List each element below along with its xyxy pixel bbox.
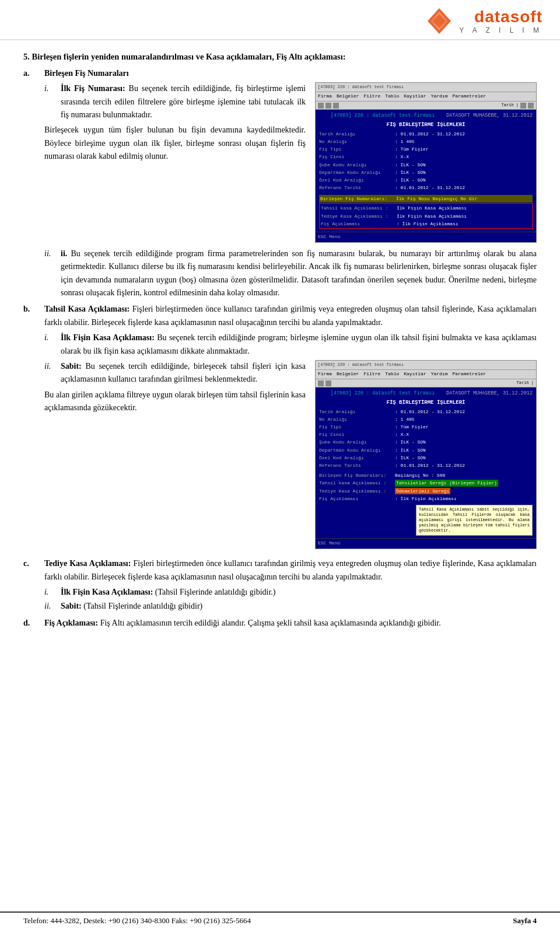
scr2-titlebar: [47003] 220 : datasoft test firması (316, 361, 536, 370)
marker-c: c. (23, 557, 44, 613)
item-c-ii-content: Sabit: (Tahsil Fişlerinde anlatıldığı gi… (61, 600, 202, 613)
footer-fax-text: Faks: +90 (216) 325-5664 (172, 916, 251, 925)
item-b-ii-text1: Bu seçenek tercih edildiğinde, birleşece… (61, 362, 306, 383)
scr1-value-2: : Tüm Fişler (395, 146, 429, 152)
subsection-a-title: Birleşen Fiş Numaraları (44, 69, 129, 78)
scr1-label-1: No Aralığı (319, 138, 395, 145)
menu2-tablo: Tablo (385, 371, 399, 378)
scr2-header: [47003] 220 : datasoft test firması DATA… (319, 390, 533, 398)
scr1-bottom-3: Fiş Açıklaması : İlk Fişin Açıklaması (321, 220, 531, 228)
scr2-field-2: Fiş Tipi : Tüm Fişler (319, 423, 533, 431)
scr2-label-0: Tarih Aralığı (319, 408, 395, 415)
item-i-title: İlk Fiş Numarası: (61, 84, 125, 93)
scr2-value-0: : 01.01.2012 - 31.12.2012 (395, 408, 465, 415)
menu-parametreler: Parametreler (452, 93, 486, 100)
scr1-esc: ESC Menü (318, 234, 340, 239)
tb2-icon1 (318, 380, 324, 386)
scr2-bottom-0: Birleşen Fiş Numaraları: Başlangıç No : … (319, 472, 533, 479)
menu-firma: Firma (318, 93, 332, 100)
scr1-form-title: FİŞ BİRLEŞTİRME İŞLEMLERİ (319, 120, 533, 130)
scr1-value-6: : İLK - SON (395, 177, 426, 183)
menu-yardim: Yardım (431, 93, 448, 100)
marker-d: d. (23, 617, 44, 630)
subsection-a: a. Birleşen Fiş Numaraları i. İlk Fiş Nu… (23, 67, 537, 300)
scr2-bl-3: Fiş Açıklaması (319, 495, 395, 502)
scr1-bv-1: İlk Fişin Kasa Açıklaması (397, 205, 467, 211)
scr2-bv-2: Ödemelerimiz Gereği (395, 488, 450, 494)
scr2-label-6: Özel Kod Aralığı (319, 455, 395, 461)
scr2-toolbar: Tarih | (316, 379, 536, 387)
scr1-bl-0: Birleşen Fiş Numaraları: (320, 195, 396, 202)
scr2-bottom-1: Tahsil kasa Açıklaması : Tahsilatlar Ger… (319, 479, 533, 487)
subsection-d-title: Fiş Açıklaması: (44, 619, 98, 627)
scr2-bv-3: : İlk Fişin Açıklaması (395, 495, 457, 502)
scr2-field-7: Referans Tarihi : 01.01.2012 - 31.12.201… (319, 462, 533, 469)
content-d: Fiş Açıklaması: Fiş Altı açıklamasının t… (44, 617, 537, 630)
scr1-field-7: Referans Tarihi : 01.01.2012 - 31.12.201… (319, 184, 533, 191)
screenshot-2: [47003] 220 : datasoft test firması Firm… (315, 360, 537, 549)
item-b-ii-container: ii. Sabit: Bu seçenek tercih edildiğinde… (44, 360, 537, 549)
scr2-label-5: Departman Kodu Aralığı (319, 447, 395, 453)
marker-c-ii: ii. (44, 600, 61, 613)
scr2-window-id: [47003] 220 : datasoft test firması (318, 362, 404, 368)
tb2-icon2 (326, 380, 331, 386)
menu2-kayitlar: Kayıtlar (404, 371, 426, 378)
scr1-body: [47003] 220 : datasoft test firması DATA… (316, 110, 536, 232)
item-b-i-row: i. İlk Fişin Kasa Açıklaması: Bu seçenek… (44, 331, 537, 358)
scr1-ds-label: DATASOFT MUHASEBE, 31.12.2012 (446, 113, 533, 120)
item-b-ii-text: ii. Sabit: Bu seçenek tercih edildiğinde… (44, 360, 306, 415)
scr2-field-3: Fiş Cinsi : X-X (319, 431, 533, 438)
item-b-ii-title: Sabit: (61, 362, 82, 371)
marker-b-i: i. (44, 331, 61, 358)
brand-subtitle: Y A Z I L I M (459, 26, 542, 34)
logo-row: datasoft Y A Z I L I M (424, 6, 542, 36)
content-a: Birleşen Fiş Numaraları i. İlk Fiş Numar… (44, 67, 537, 300)
scr1-label-7: Referans Tarihi (319, 184, 395, 191)
subsection-a-i-text: i. İlk Fiş Numarası: Bu seçenek tercih e… (44, 82, 306, 163)
scr1-window-id-bar: [47003] 220 : datasoft test firması (331, 113, 435, 118)
scr1-field-0: Tarih Aralığı : 01.01.2012 - 31.12.2012 (319, 130, 533, 138)
scr2-value-5: : İLK - SON (395, 447, 426, 453)
scr1-bottom-2: Tediye Kasa Açıklaması : İlk Fişin Kasa … (321, 212, 531, 220)
item-c-i-row: i. İlk Fişin Kasa Açıklaması: (Tahsil Fi… (44, 586, 537, 599)
item-c-ii-row: ii. Sabit: (Tahsil Fişlerinde anlatıldığ… (44, 600, 537, 613)
tb-date-label: Tarih | (502, 102, 519, 109)
scr2-bl-1: Tahsil kasa Açıklaması : (319, 480, 395, 486)
scr1-bl-1: Tahsil kasa Açıklaması : (321, 205, 397, 211)
marker-ii: ii. (44, 247, 61, 300)
scr1-bv-2: İlk Fişin Kasa Açıklaması (397, 213, 467, 219)
scr1-bottom-0: Birleşen Fiş Numaraları: İlk Fiş Nosu Ba… (319, 195, 533, 202)
scr2-window-id-bar: [47003] 220 : datasoft test firması (331, 390, 435, 396)
scr1-bl-2: Tediye Kasa Açıklaması : (321, 213, 397, 219)
menu-belgeler: Belgeler (337, 93, 359, 100)
scr1-label-5: Departman Kodu Aralığı (319, 169, 395, 176)
scr2-value-6: : İLK - SON (395, 455, 426, 461)
scr1-value-3: : X-X (395, 153, 409, 160)
brand-name: datasoft (474, 8, 542, 26)
section-5-title: 5. Birleşen fişlerin yeniden numaralandı… (23, 51, 537, 64)
scr2-ds-label: DATASOFT MUHASEBE, 31.12.2012 (446, 390, 533, 397)
scr1-statusbar: ESC Menü (316, 232, 536, 242)
scr2-label-1: No Aralığı (319, 416, 395, 422)
subsection-b-title: Tahsil Kasa Açıklaması: (44, 305, 130, 313)
item-ii-row: ii. ii. Bu seçenek tercih edildiğinde pr… (44, 247, 537, 300)
subsection-a-i-container: i. İlk Fiş Numarası: Bu seçenek tercih e… (44, 82, 537, 243)
subsection-b: b. Tahsil Kasa Açıklaması: Fişleri birle… (23, 303, 537, 554)
scr1-field-4: Şube Kodu Aralığı : İLK - SON (319, 161, 533, 169)
scr1-field-5: Departman Kodu Aralığı : İLK - SON (319, 169, 533, 176)
scr1-toolbar: Tarih | (316, 102, 536, 110)
marker-i: i. (44, 82, 61, 121)
scr1-field-1: No Aralığı : 1 405 (319, 138, 533, 145)
scr1-window-id: [47003] 220 : datasoft test firması (318, 84, 404, 90)
marker-b-ii: ii. (44, 360, 61, 386)
subsection-d-text: Fiş Altı açıklamasının tercih edildiği a… (100, 619, 441, 627)
item-i-content: İlk Fiş Numarası: Bu seçenek tercih edil… (61, 82, 306, 121)
item-b-ii-content: Sabit: Bu seçenek tercih edildiğinde, bi… (61, 360, 306, 386)
brand-text: datasoft Y A Z I L I M (459, 8, 542, 34)
scr2-value-4: : İLK - SON (395, 439, 426, 445)
scr2-value-3: : X-X (395, 431, 409, 438)
scr1-header: [47003] 220 : datasoft test firması DATA… (319, 112, 533, 120)
logo-icon (424, 6, 454, 36)
menu-kayıtlar: Kayıtlar (404, 93, 426, 100)
item-b-i-title: İlk Fişin Kasa Açıklaması: (61, 333, 155, 342)
